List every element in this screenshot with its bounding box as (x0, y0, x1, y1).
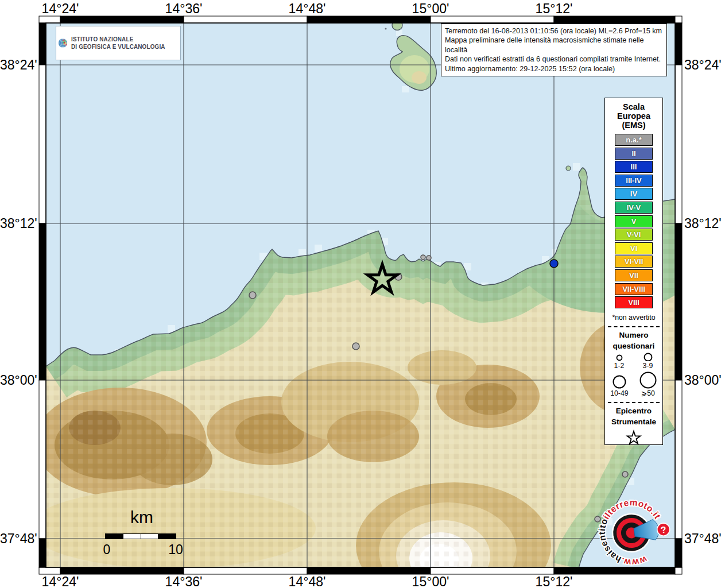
axis-label-top: 15°12' (526, 1, 582, 17)
intensity-chip: VII (615, 269, 653, 281)
intensity-chip: III (615, 161, 653, 173)
info-line-event: Terremoto del 16-08-2013 01:10:56 (ora l… (445, 26, 663, 36)
legend-title: Scala Europea (EMS) (605, 102, 662, 130)
size-circle-50plus (639, 371, 657, 389)
star-icon (625, 429, 643, 446)
axis-label-right: 38°24' (684, 57, 721, 73)
size-label-50plus: ⩾50 (641, 389, 655, 397)
intensity-chip: n.a.* (615, 134, 653, 146)
axis-label-bottom: 14°36' (156, 574, 211, 588)
intensity-chip: VII-VIII (615, 283, 653, 295)
questionnaire-point (421, 255, 425, 260)
intensity-chip: VI-VII (615, 256, 653, 268)
intensity-chip: II (615, 148, 653, 160)
axis-label-left: 38°00' (0, 373, 37, 388)
legend-footnote: *non avvertito (605, 314, 662, 322)
size-circle-10-49 (612, 374, 627, 389)
epicenter-legend-star (605, 429, 662, 448)
ingv-name: ISTITUTO NAZIONALE DI GEOFISICA E VULCAN… (71, 36, 165, 51)
earthquake-info-box: Terremoto del 16-08-2013 01:10:56 (ora l… (441, 24, 667, 76)
legend-separator (608, 402, 660, 403)
axis-label-top: 14°24' (33, 1, 88, 17)
axis-label-left: 38°24' (0, 57, 37, 73)
scalebar-unit: km (118, 508, 166, 527)
scalebar-start: 0 (90, 542, 124, 558)
size-circle-1-2 (614, 353, 625, 361)
intensity-chip: IV-V (615, 202, 653, 214)
intensity-chip: V-VI (615, 229, 653, 241)
scalebar-end: 10 (158, 542, 193, 558)
size-label-3-9: 3-9 (643, 362, 653, 370)
epicenter-legend-title: Epicentro Strumentale (605, 407, 662, 427)
size-circle-3-9 (642, 352, 654, 361)
questionnaire-size-row-1: 1-2 3-9 (605, 352, 662, 370)
questionnaire-point (352, 343, 359, 350)
star-icon (627, 431, 641, 444)
axis-label-right: 38°00' (684, 373, 721, 388)
ingv-name-line1: ISTITUTO NAZIONALE (71, 36, 165, 44)
intensity-chip: III-IV (615, 175, 653, 187)
axis-label-right: 38°12' (684, 216, 721, 231)
questionnaire-point (550, 260, 558, 268)
axis-label-bottom: 14°48' (280, 574, 335, 588)
axis-label-bottom: 15°00' (403, 574, 458, 588)
ingv-globe-icon (58, 28, 68, 59)
intensity-chip: IV (615, 188, 653, 200)
scale-bar (105, 533, 176, 539)
axis-label-top: 14°36' (156, 1, 211, 17)
info-line-data-source: Dati non verificati estratti da 6 questi… (445, 55, 663, 64)
ingv-logo-box: ISTITUTO NAZIONALE DI GEOFISICA E VULCAN… (56, 26, 181, 60)
size-label-10-49: 10-49 (610, 389, 628, 397)
questionnaire-point (622, 471, 628, 477)
legend-box: Scala Europea (EMS) n.a.*IIIIIIII-IVIVIV… (604, 98, 663, 445)
axis-label-left: 37°48' (0, 531, 37, 547)
intensity-scale-items: n.a.*IIIIIIII-IVIVIV-VVV-VIVIVI-VIIVIIVI… (605, 134, 662, 308)
legend-separator (608, 326, 660, 327)
axis-label-top: 15°00' (403, 1, 458, 17)
axis-label-top: 14°48' (280, 1, 335, 17)
axis-label-bottom: 14°24' (33, 574, 88, 588)
axis-label-bottom: 15°12' (526, 574, 582, 588)
questionnaire-point (249, 292, 256, 299)
size-label-1-2: 1-2 (614, 362, 625, 370)
info-line-map-desc: Mappa preliminare delle intensità macros… (445, 36, 663, 55)
axis-label-left: 38°12' (0, 216, 37, 231)
axis-label-right: 37°48' (684, 531, 721, 547)
questionnaire-size-row-2: 10-49 ⩾50 (605, 371, 662, 397)
ingv-name-line2: DI GEOFISICA E VULCANOLOGIA (71, 43, 165, 51)
intensity-chip: VIII (615, 296, 653, 308)
questionnaire-point (427, 256, 431, 260)
intensity-chip: VI (615, 242, 653, 254)
map-screenshot: ? www.haisentitoilterremoto.it Terremot (0, 0, 721, 588)
info-line-updated: Ultimo aggiornamento: 29-12-2025 15:52 (… (445, 64, 663, 74)
questionnaire-count-title: Numero questionari (605, 331, 662, 351)
intensity-chip: V (615, 215, 653, 227)
